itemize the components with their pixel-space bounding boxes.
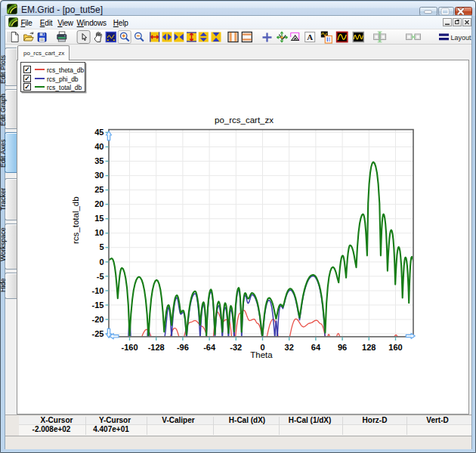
svg-text:96: 96 <box>338 343 347 352</box>
svg-text:A: A <box>307 32 313 42</box>
svg-text:32: 32 <box>285 343 294 352</box>
svg-text:20: 20 <box>94 199 104 208</box>
svg-text:-15: -15 <box>92 300 104 310</box>
svg-text:10: 10 <box>94 228 104 237</box>
svg-text:-25: -25 <box>92 329 104 338</box>
svg-text:-96: -96 <box>177 343 189 352</box>
svg-text:25: 25 <box>94 185 104 194</box>
svg-text:-160: -160 <box>121 343 138 352</box>
svg-text:45: 45 <box>94 128 104 137</box>
svg-text:-10: -10 <box>92 286 104 295</box>
svg-text:128: 128 <box>362 343 376 352</box>
svg-text:40: 40 <box>94 142 104 151</box>
svg-text:Layout: Layout <box>451 34 472 42</box>
svg-text:Theta: Theta <box>250 350 273 359</box>
svg-text:po_rcs_cart_zx: po_rcs_cart_zx <box>215 116 274 125</box>
svg-text:15: 15 <box>94 214 104 223</box>
svg-text:35: 35 <box>94 156 104 165</box>
svg-text:-128: -128 <box>148 343 165 352</box>
svg-text:-5: -5 <box>97 272 104 281</box>
svg-text:-64: -64 <box>203 343 216 352</box>
svg-text:0: 0 <box>99 257 104 267</box>
svg-text:-20: -20 <box>92 315 104 324</box>
svg-text:160: 160 <box>388 343 402 352</box>
svg-text:rcs_total_db: rcs_total_db <box>71 196 80 244</box>
svg-text:-32: -32 <box>230 343 242 352</box>
svg-text:64: 64 <box>311 343 321 352</box>
svg-text:30: 30 <box>94 171 104 180</box>
svg-text:5: 5 <box>99 242 104 251</box>
